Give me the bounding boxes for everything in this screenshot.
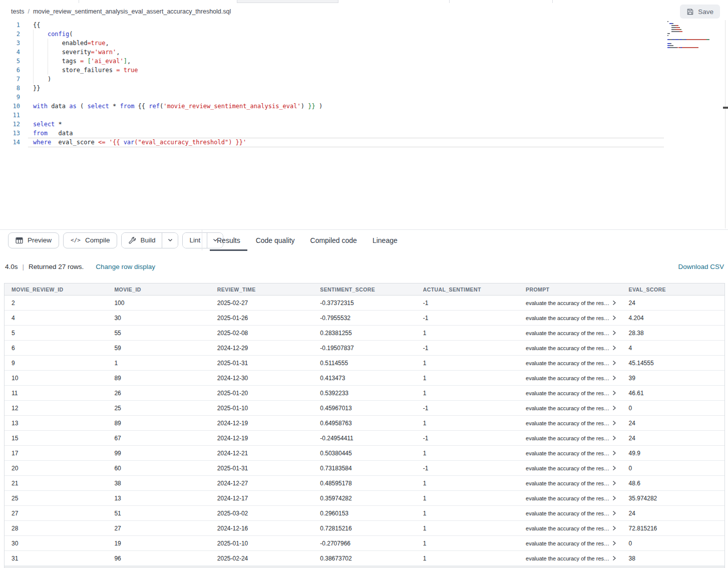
prompt-preview-text: evaluate the accuracy of the res…: [526, 540, 609, 546]
prompt-cell: evaluate the accuracy of the res…: [519, 510, 621, 516]
active-line-highlight: [28, 138, 664, 147]
expand-cell-icon[interactable]: [612, 330, 616, 336]
expand-cell-icon[interactable]: [612, 405, 616, 411]
prompt-preview-text: evaluate the accuracy of the res…: [526, 555, 609, 561]
table-cell: 13: [5, 420, 107, 427]
code-text: from data: [33, 129, 73, 138]
table-cell: 19: [107, 540, 210, 547]
horizontal-scrollbar[interactable]: [4, 566, 725, 568]
code-line[interactable]: 1{{: [0, 21, 728, 30]
preview-button[interactable]: Preview: [8, 232, 59, 248]
lint-button[interactable]: Lint: [183, 233, 207, 248]
prompt-preview-text: evaluate the accuracy of the res…: [526, 420, 609, 426]
expand-cell-icon[interactable]: [612, 555, 616, 561]
tab-separator: [552, 0, 553, 3]
table-cell: 1: [416, 540, 519, 547]
table-cell: 25: [5, 495, 107, 502]
code-line[interactable]: 3 enabled=true,: [0, 39, 728, 48]
table-cell: 4.204: [622, 315, 724, 322]
tab-separator: [79, 0, 79, 3]
code-line[interactable]: 6 store_failures = true: [0, 66, 728, 75]
table-cell: 39: [622, 375, 724, 382]
tab-code-quality[interactable]: Code quality: [249, 230, 302, 251]
code-line[interactable]: 8}}: [0, 84, 728, 93]
tab-lineage[interactable]: Lineage: [366, 230, 405, 251]
code-line[interactable]: 7 ): [0, 75, 728, 84]
expand-cell-icon[interactable]: [612, 450, 616, 456]
table-cell: 99: [107, 450, 210, 457]
table-cell: -0.37372315: [313, 300, 416, 307]
code-line[interactable]: 13from data: [0, 129, 728, 138]
expand-cell-icon[interactable]: [612, 420, 616, 426]
code-line[interactable]: 11: [0, 111, 728, 120]
table-cell: 2024-12-21: [210, 450, 313, 457]
indent-guide: [33, 30, 34, 84]
expand-cell-icon[interactable]: [612, 495, 616, 501]
code-text: with data as ( select * from {{ ref('mov…: [33, 102, 322, 111]
expand-cell-icon[interactable]: [612, 345, 616, 351]
table-row: 11262025-01-200.53922331evaluate the acc…: [5, 386, 724, 401]
expand-cell-icon[interactable]: [612, 390, 616, 396]
editor-scrollbar[interactable]: [725, 20, 725, 228]
table-cell: 2025-01-26: [210, 315, 313, 322]
table-cell: 1: [416, 375, 519, 382]
table-cell: 100: [107, 300, 210, 307]
table-cell: 1: [416, 495, 519, 502]
code-brackets-icon: </>: [71, 237, 81, 243]
table-row: 25132024-12-170.359742821evaluate the ac…: [5, 491, 724, 506]
expand-cell-icon[interactable]: [612, 480, 616, 486]
query-status-bar: 4.0s | Returned 27 rows. Change row disp…: [0, 250, 728, 283]
table-cell: 28.38: [622, 330, 724, 337]
prompt-cell: evaluate the accuracy of the res…: [519, 435, 621, 441]
scrollbar-marker: [723, 107, 728, 109]
code-line[interactable]: 2 config(: [0, 30, 728, 39]
change-row-display-link[interactable]: Change row display: [96, 263, 155, 270]
expand-cell-icon[interactable]: [612, 375, 616, 381]
expand-cell-icon[interactable]: [612, 525, 616, 531]
code-line[interactable]: 9: [0, 93, 728, 102]
breadcrumb-folder[interactable]: tests: [11, 8, 24, 15]
column-header: EVAL_SCORE: [622, 287, 724, 293]
table-cell: 25: [107, 405, 210, 412]
line-number: 13: [0, 129, 20, 138]
code-text: select *: [33, 120, 62, 129]
build-dropdown-button[interactable]: [162, 233, 178, 248]
expand-cell-icon[interactable]: [612, 315, 616, 321]
expand-cell-icon[interactable]: [612, 300, 616, 306]
code-line[interactable]: 5 tags = ['ai_eval'],: [0, 57, 728, 66]
code-line[interactable]: 10with data as ( select * from {{ ref('m…: [0, 102, 728, 111]
expand-cell-icon[interactable]: [612, 510, 616, 516]
table-row: 13892024-12-190.649587631evaluate the ac…: [5, 416, 724, 431]
compile-button-label: Compile: [85, 236, 110, 244]
table-row: 15672024-12-19-0.24954411-1evaluate the …: [5, 431, 724, 446]
prompt-preview-text: evaluate the accuracy of the res…: [526, 480, 609, 486]
table-cell: 1: [416, 480, 519, 487]
table-cell: 28: [5, 525, 107, 532]
expand-cell-icon[interactable]: [612, 435, 616, 441]
editor-minimap[interactable]: [667, 21, 723, 49]
table-cell: -1: [416, 435, 519, 442]
build-split-button: Build: [121, 232, 178, 248]
tab-results[interactable]: Results: [210, 230, 247, 251]
table-cell: 59: [107, 345, 210, 352]
save-button[interactable]: Save: [680, 5, 720, 19]
line-number: 14: [0, 138, 20, 147]
prompt-cell: evaluate the accuracy of the res…: [519, 330, 621, 336]
compile-button[interactable]: </> Compile: [63, 232, 117, 248]
code-line[interactable]: 4 severity='warn',: [0, 48, 728, 57]
expand-cell-icon[interactable]: [612, 540, 616, 546]
table-cell: 55: [107, 330, 210, 337]
tab-compiled-code[interactable]: Compiled code: [303, 230, 364, 251]
download-csv-link[interactable]: Download CSV: [678, 263, 724, 270]
code-editor[interactable]: 1{{2 config(3 enabled=true,4 severity='w…: [0, 20, 728, 229]
code-line[interactable]: 12select *: [0, 120, 728, 129]
table-cell: 0.2960153: [313, 510, 416, 517]
expand-cell-icon[interactable]: [612, 465, 616, 471]
expand-cell-icon[interactable]: [612, 360, 616, 366]
prompt-preview-text: evaluate the accuracy of the res…: [526, 495, 609, 501]
prompt-preview-text: evaluate the accuracy of the res…: [526, 330, 609, 336]
tab-separator: [449, 0, 450, 3]
table-cell: 24: [622, 420, 724, 427]
build-button[interactable]: Build: [122, 233, 162, 248]
table-cell: 89: [107, 375, 210, 382]
